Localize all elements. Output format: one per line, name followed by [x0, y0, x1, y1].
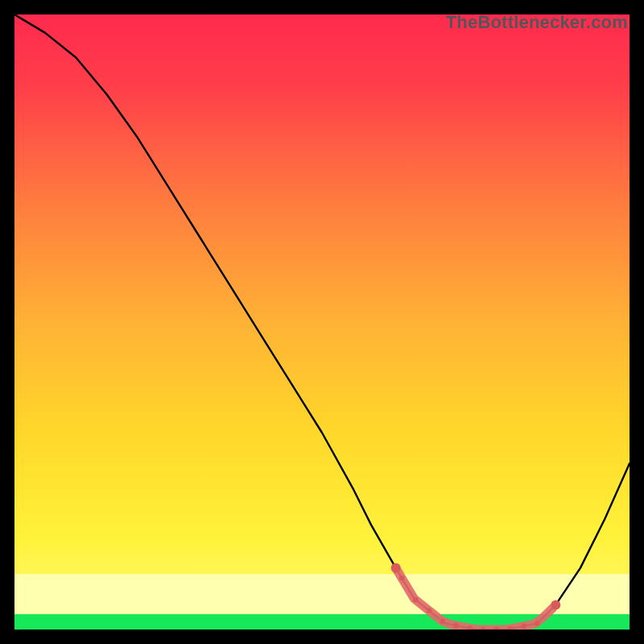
chart-frame: TheBottlenecker.com [14, 14, 630, 630]
highlight-dot [427, 608, 432, 613]
highlight-dot [453, 623, 459, 629]
gradient-bg [14, 14, 630, 630]
highlight-dot [535, 621, 540, 626]
highlight-dot [399, 576, 405, 581]
highlight-dot [413, 597, 419, 603]
watermark-text: TheBottlenecker.com [446, 12, 628, 33]
bottleneck-chart [14, 14, 630, 630]
highlight-dot [521, 623, 526, 629]
highlight-dot [440, 619, 445, 625]
yellow-band [14, 574, 630, 614]
highlight-cap-right [551, 600, 560, 609]
highlight-cap-left [391, 564, 401, 573]
